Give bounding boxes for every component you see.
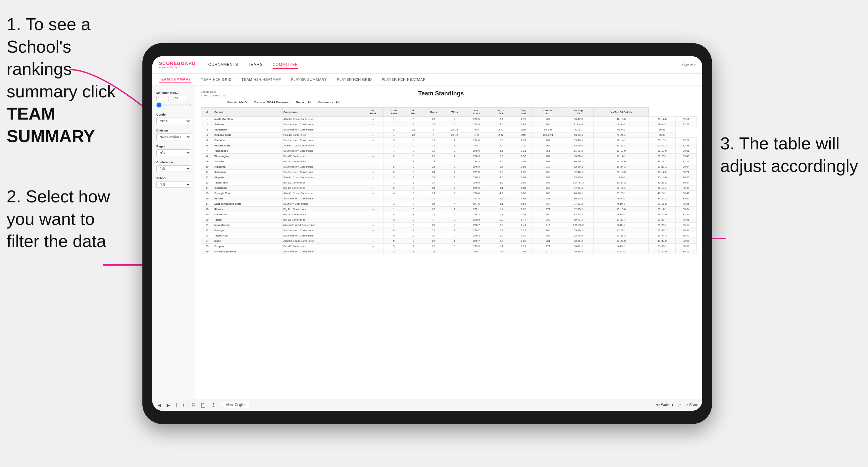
nav-committee[interactable]: COMMITTEE	[273, 61, 298, 69]
table-row[interactable]: 15Georgia TechAtlantic Coast Conference–…	[201, 191, 697, 196]
table-row[interactable]: 26Mississippi StateSoutheastern Conferen…	[201, 249, 697, 254]
region-select[interactable]: N/A All	[156, 149, 191, 156]
top-nav: SCOREBOARD Powered by clippi TOURNAMENTS…	[152, 56, 702, 73]
filter-division: Division: NCAA Division I	[254, 101, 289, 104]
nav-teams[interactable]: TEAMS	[248, 61, 262, 69]
table-row[interactable]: 1North CarolinaAtlantic Coast Conference…	[201, 117, 697, 122]
logo-area: SCOREBOARD Powered by clippi	[159, 61, 196, 69]
table-header: # School Conference Avg.Rank ConfRank No…	[201, 107, 697, 117]
toolbar-expand-btn[interactable]: ⤢	[676, 402, 683, 408]
table-row[interactable]: 9ArizonaPac-12 Conference–28234278.3-4.6…	[201, 159, 697, 164]
tab-player-summary[interactable]: PLAYER SUMMARY	[291, 76, 327, 83]
table-row[interactable]: 22GeorgiaSoutheastern Conference–8721127…	[201, 228, 697, 233]
table-row[interactable]: 24DukeAtlantic Coast Conference–59271279…	[201, 239, 697, 244]
table-row[interactable]: 18IllinoisBig Ten Conference–19231279.1-…	[201, 207, 697, 212]
col-rank: #	[201, 107, 213, 117]
col-adj-score: Adj.Score	[465, 107, 488, 117]
table-row[interactable]: 12VirginiaAtlantic Coast Conference–3824…	[201, 175, 697, 180]
table-row[interactable]: 17East Tennessee StateSouthern Conferenc…	[201, 201, 697, 207]
logo-powered: Powered by clippi	[159, 66, 196, 69]
nav-tournaments[interactable]: TOURNAMENTS	[206, 61, 238, 69]
table-row[interactable]: 20TexasBig 12 Conference–3770278.8-0.71.…	[201, 217, 697, 223]
table-row[interactable]: 14OklahomaBig 12 Conference–29242279.5-5…	[201, 185, 697, 191]
sidebar: Minimum Rou... – Gender Men's Women's	[152, 86, 195, 399]
instruction-2: 2. Select how you want to filter the dat…	[7, 185, 110, 253]
toolbar-paste-btn[interactable]: 📋	[199, 402, 207, 408]
min-rounds-slider[interactable]	[156, 102, 191, 107]
region-section: Region N/A All	[156, 145, 191, 156]
table-row[interactable]: 19CaliforniaPac-12 Conference–48242278.2…	[201, 212, 697, 217]
table-row[interactable]: 13Texas TechBig 12 Conference–19272276.0…	[201, 180, 697, 185]
min-rounds-max-input[interactable]	[174, 96, 186, 101]
tablet-frame: SCOREBOARD Powered by clippi TOURNAMENTS…	[143, 43, 712, 424]
table-row[interactable]: 16FloridaSoutheastern Conference–7924427…	[201, 196, 697, 201]
watch-chevron-icon: ▾	[672, 403, 673, 407]
toolbar-timer-btn[interactable]: ⏱	[210, 402, 217, 408]
share-button[interactable]: ↗ Share	[685, 403, 698, 407]
conference-label: Conference	[156, 161, 191, 164]
sign-out-button[interactable]: Sign out	[682, 63, 695, 67]
table-row[interactable]: 7TennesseeSoutheastern Conference–481822…	[201, 148, 697, 154]
table-row[interactable]: 5Ole MissSoutheastern Conference–3618127…	[201, 138, 697, 143]
col-conference: Conference	[282, 107, 363, 117]
toolbar-prev-btn[interactable]: ◀	[156, 402, 163, 408]
tab-team-summary[interactable]: TEAM SUMMARY	[159, 76, 191, 83]
conference-section: Conference (All)	[156, 161, 191, 172]
col-no-tour: NoTour	[404, 107, 423, 117]
eye-icon: 👁	[656, 403, 660, 407]
sub-nav: TEAM SUMMARY TEAM H2H GRID TEAM H2H HEAT…	[152, 73, 702, 86]
instruction-3: 3. The table will adjust accordingly	[720, 132, 858, 177]
col-rnds: Rnds	[423, 107, 444, 117]
table-row[interactable]: 6Florida StateAtlantic Coast Conference–…	[201, 143, 697, 148]
gender-section: Gender Men's Women's	[156, 113, 191, 124]
table-row[interactable]: 21New MexicoMountain West Conference–192…	[201, 223, 697, 228]
gender-select[interactable]: Men's Women's	[156, 118, 191, 124]
min-rounds-label: Minimum Rou...	[156, 91, 191, 94]
region-label: Region	[156, 145, 191, 148]
standings-table: # School Conference Avg.Rank ConfRank No…	[201, 107, 697, 254]
col-overall-rd: OverallRd.	[533, 107, 563, 117]
tablet-screen: SCOREBOARD Powered by clippi TOURNAMENTS…	[152, 56, 702, 411]
toolbar-next-btn[interactable]: ▶	[165, 402, 172, 408]
toolbar-back-btn[interactable]: ⟨	[174, 402, 179, 408]
col-vs-top50-pts: Vs Top 50 Points	[593, 107, 648, 117]
school-select[interactable]: (All)	[156, 181, 191, 188]
table-row[interactable]: 25OregonPac-12 Conference–57210279.5-1.1…	[201, 244, 697, 249]
division-select[interactable]: NCAA Division I NCAA Division II NCAA Di…	[156, 133, 191, 140]
min-rounds-section: Minimum Rou... –	[156, 91, 191, 108]
toolbar-fwd-btn[interactable]: ⟩	[181, 402, 185, 408]
watch-button[interactable]: 👁 Watch ▾	[656, 403, 673, 407]
col-avg-rank: Avg.Rank	[363, 107, 383, 117]
filter-region: Region: All	[296, 101, 312, 104]
filter-gender: Gender: Men's	[227, 101, 248, 104]
nav-items: TOURNAMENTS TEAMS COMMITTEE	[206, 61, 682, 69]
tab-player-h2h-grid[interactable]: PLAYER H2H GRID	[337, 76, 372, 83]
toolbar-copy-btn[interactable]: ⎘	[191, 402, 196, 408]
tab-team-h2h-heatmap[interactable]: TEAM H2H HEATMAP	[241, 76, 281, 83]
col-vs-top25: Vs Top25	[563, 107, 594, 117]
update-time: Update time: 27/03/2024 16:56:26	[201, 90, 225, 97]
table-row[interactable]: 2AuburnSoutheastern Conference–19276273.…	[201, 122, 697, 127]
bottom-toolbar: ◀ ▶ ⟨ ⟩ ⎘ 📋 ⏱ View: Original 👁 Watch ▾ ⤢…	[152, 399, 702, 411]
division-section: Division NCAA Division I NCAA Division I…	[156, 129, 191, 140]
min-rounds-min-input[interactable]	[156, 96, 169, 101]
table-row[interactable]: 11ArkansasSoutheastern Conference–682422…	[201, 169, 697, 175]
tab-team-h2h-grid[interactable]: TEAM H2H GRID	[201, 76, 232, 83]
table-area: Update time: 27/03/2024 16:56:26 Team St…	[195, 86, 702, 399]
table-row[interactable]: 3VanderbiltSoutheastern Conference–52352…	[201, 127, 697, 132]
conference-select[interactable]: (All)	[156, 165, 191, 172]
main-content: Minimum Rou... – Gender Men's Women's	[152, 86, 702, 399]
table-row[interactable]: 8WashingtonPac-12 Conference–28231276.3-…	[201, 154, 697, 159]
table-row[interactable]: 23Texas A&MSoutheastern Conference–91030…	[201, 233, 697, 239]
table-title: Team Standings	[225, 90, 657, 97]
logo-scoreboard: SCOREBOARD	[159, 61, 196, 66]
col-conf-rank: ConfRank	[383, 107, 404, 117]
table-row[interactable]: 4Arizona StatePac-12 Conference–1264274.…	[201, 132, 697, 138]
min-rounds-range: –	[156, 96, 191, 101]
view-original-button[interactable]: View: Original	[223, 402, 249, 408]
tab-player-h2h-heatmap[interactable]: PLAYER H2H HEATMAP	[382, 76, 426, 83]
col-avg-to-sg: Avg. toSG	[488, 107, 514, 117]
table-row[interactable]: 10AlabamaSoutheastern Conference–5823327…	[201, 164, 697, 169]
gender-label: Gender	[156, 113, 191, 116]
col-wins: Wins	[444, 107, 465, 117]
